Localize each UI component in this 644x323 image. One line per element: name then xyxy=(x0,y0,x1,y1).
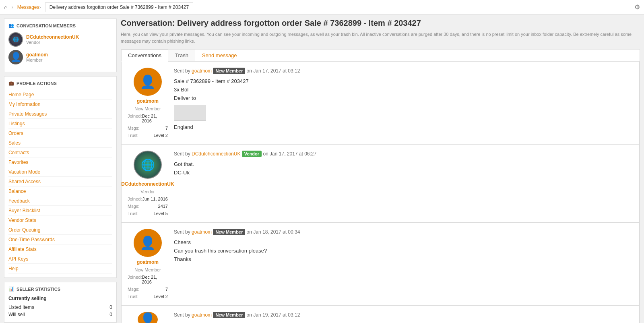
balance-link[interactable]: Balance xyxy=(8,188,26,194)
tab-send-message[interactable]: Send message xyxy=(195,50,244,61)
msg-body-4: Sent by goatmom New Member on Jan 19, 20… xyxy=(174,312,633,323)
msg-header-3: Sent by goatmom New Member on Jan 18, 20… xyxy=(174,229,633,235)
member-row-vendor: 🌐 DCdutchconnectionUK Vendor xyxy=(8,32,112,47)
msg-avatar-2: 🌐 xyxy=(134,151,162,179)
msg-avatar-1: 👤 xyxy=(134,68,162,96)
tab-trash[interactable]: Trash xyxy=(168,50,195,61)
msg-meta-msgs-1: Msgs: 7 xyxy=(128,126,168,130)
msg-line: 3x Bol xyxy=(174,86,633,94)
msg-sender-name-2[interactable]: DCdutchconnectionUK xyxy=(121,181,174,187)
tab-conversations[interactable]: Conversations xyxy=(121,50,168,62)
help-link[interactable]: Help xyxy=(8,266,19,271)
sales-link[interactable]: Sales xyxy=(8,140,21,146)
msg-content-2: Got that. DC-Uk xyxy=(174,160,633,177)
stat-will-sell-value: 0 xyxy=(109,312,112,317)
msg-line: DC-Uk xyxy=(174,169,633,177)
msg-sender-link-2[interactable]: DCdutchconnectionUK xyxy=(192,151,240,157)
member-name[interactable]: goatmom xyxy=(26,52,48,58)
message-card: 👤 goatmom New Member Joined: Dec 21, 201… xyxy=(121,62,640,144)
msg-sent-on-2: on Jan 17, 2017 at 06:27 xyxy=(263,151,316,157)
msg-sender-link-1[interactable]: goatmom xyxy=(192,68,212,74)
shared-access-link[interactable]: Shared Access xyxy=(8,179,41,184)
list-item: Order Queuing xyxy=(8,225,112,235)
api-keys-link[interactable]: API Keys xyxy=(8,256,28,262)
list-item: One-Time Passwords xyxy=(8,235,112,244)
message-card: 🌐 DCdutchconnectionUK Vendor Joined: Jun… xyxy=(121,144,640,222)
favorites-link[interactable]: Favorites xyxy=(8,159,28,165)
msg-header-1: Sent by goatmom New Member on Jan 17, 20… xyxy=(174,68,633,74)
msg-badge-2: Vendor xyxy=(242,151,262,157)
private-messages-link[interactable]: Private Messages xyxy=(8,111,47,117)
top-nav: ⌂ › Messages › Delivery address forgotto… xyxy=(0,0,644,14)
msg-meta-joined-1: Joined: Dec 21, 2016 xyxy=(128,114,168,123)
msg-avatar-col: 👤 goatmom New Member Joined: Dec 21, 201… xyxy=(128,68,168,138)
msg-sender-role-3: New Member xyxy=(134,267,161,272)
msg-meta-msgs-3: Msgs: 7 xyxy=(128,287,168,292)
msg-sender-link-4[interactable]: goatmom xyxy=(192,312,212,318)
msg-sender-name-1[interactable]: goatmom xyxy=(137,98,159,104)
list-item: Buyer Blacklist xyxy=(8,206,112,215)
msg-badge-1: New Member xyxy=(213,68,245,74)
msg-header-2: Sent by DCdutchconnectionUK Vendor on Ja… xyxy=(174,151,633,157)
vendor-role: Vendor xyxy=(26,40,79,45)
settings-icon[interactable]: ⚙ xyxy=(634,3,640,11)
home-page-link[interactable]: Home Page xyxy=(8,92,34,97)
profile-actions-title: 💼 PROFILE ACTIONS xyxy=(8,81,112,86)
orders-link[interactable]: Orders xyxy=(8,130,23,136)
list-item: Balance xyxy=(8,186,112,196)
stat-row: Listed items 0 xyxy=(8,304,112,311)
stat-will-sell-label: Will sell xyxy=(8,312,25,317)
listings-link[interactable]: Listings xyxy=(8,121,25,126)
msg-body-2: Sent by DCdutchconnectionUK Vendor on Ja… xyxy=(174,151,633,216)
one-time-passwords-link[interactable]: One-Time Passwords xyxy=(8,237,55,242)
msg-avatar-4: 👤 xyxy=(138,312,158,323)
list-item: Affiliate Stats xyxy=(8,244,112,254)
page-title: Conversation: Delivery address forgotton… xyxy=(121,19,640,28)
profile-actions-box: 💼 PROFILE ACTIONS Home Page My Informati… xyxy=(4,76,117,278)
profile-actions-list: Home Page My Information Private Message… xyxy=(8,90,112,273)
msg-sender-role-2: Vendor xyxy=(141,189,155,194)
msg-avatar-col: 🌐 DCdutchconnectionUK Vendor Joined: Jun… xyxy=(128,151,168,216)
msg-body-1: Sent by goatmom New Member on Jan 17, 20… xyxy=(174,68,633,138)
vendor-stats-link[interactable]: Vendor Stats xyxy=(8,217,36,223)
msg-sender-name-3[interactable]: goatmom xyxy=(137,259,159,265)
vendor-name[interactable]: DCdutchconnectionUK xyxy=(26,34,79,40)
contracts-link[interactable]: Contracts xyxy=(8,150,29,155)
briefcase-icon: 💼 xyxy=(8,81,14,86)
conversation-members-title: 👥 CONVERSATION MEMBERS xyxy=(8,23,112,28)
currently-selling-label: Currently selling xyxy=(8,296,112,301)
msg-content-1: Sale # 7362899 - Item # 203427 3x Bol De… xyxy=(174,77,633,132)
tabs-wrapper: Conversations Trash Send message 👤 goatm… xyxy=(121,49,640,323)
stat-listed-value: 0 xyxy=(109,304,112,310)
stat-row: Will sell 0 xyxy=(8,311,112,318)
info-text: Here, you can view your private messages… xyxy=(121,31,640,44)
msg-line: Cheers xyxy=(174,238,633,247)
msg-line: Can you trash this conversation please? xyxy=(174,247,633,255)
member-row-member: 👤 goatmom Member xyxy=(8,50,112,64)
buyer-blacklist-link[interactable]: Buyer Blacklist xyxy=(8,208,40,213)
affiliate-stats-link[interactable]: Affiliate Stats xyxy=(8,246,37,252)
list-item: Vacation Mode xyxy=(8,167,112,177)
feedback-link[interactable]: Feedback xyxy=(8,198,30,204)
msg-badge-4: New Member xyxy=(213,312,245,318)
home-icon[interactable]: ⌂ xyxy=(4,4,7,10)
list-item: Feedback xyxy=(8,196,112,206)
vacation-mode-link[interactable]: Vacation Mode xyxy=(8,169,40,175)
msg-line: Deliver to xyxy=(174,94,633,103)
content-area: Conversation: Delivery address forgotton… xyxy=(121,19,640,323)
nav-messages-link[interactable]: Messages xyxy=(17,4,39,10)
msg-line: England xyxy=(174,123,633,132)
users-icon: 👥 xyxy=(8,23,14,28)
list-item: Contracts xyxy=(8,148,112,157)
msg-meta-trust-2: Trust Level 5 xyxy=(128,211,168,216)
stat-listed-label: Listed items xyxy=(8,304,34,310)
list-item: Home Page xyxy=(8,90,112,99)
msg-sender-link-3[interactable]: goatmom xyxy=(192,229,212,235)
msg-line: Got that. xyxy=(174,160,633,169)
order-queuing-link[interactable]: Order Queuing xyxy=(8,227,40,233)
msg-body-3: Sent by goatmom New Member on Jan 18, 20… xyxy=(174,229,633,299)
list-item: My Information xyxy=(8,99,112,109)
my-information-link[interactable]: My Information xyxy=(8,101,40,107)
list-item: Shared Access xyxy=(8,177,112,186)
msg-content-3: Cheers Can you trash this conversation p… xyxy=(174,238,633,263)
